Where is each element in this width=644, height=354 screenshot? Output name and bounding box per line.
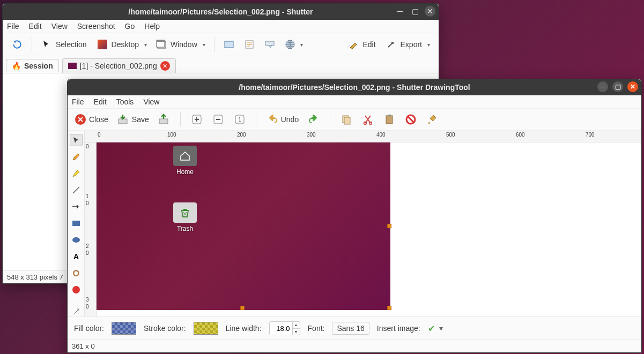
save-icon xyxy=(117,113,130,126)
fill-color-swatch[interactable] xyxy=(112,322,136,335)
linewidth-input[interactable] xyxy=(270,322,292,335)
maximize-button[interactable]: ▢ xyxy=(612,81,623,92)
menu-view[interactable]: View xyxy=(143,97,159,106)
menu-view[interactable]: View xyxy=(51,22,68,31)
menu-edit[interactable]: Edit xyxy=(29,22,42,31)
menu-help[interactable]: Help xyxy=(144,22,160,31)
canvas-surface[interactable]: Home Trash xyxy=(97,142,641,317)
zoom-out-button[interactable] xyxy=(210,112,227,127)
capture-tooltip[interactable] xyxy=(261,36,279,52)
undo-label: Undo xyxy=(281,115,299,124)
window-label: Window xyxy=(169,40,198,49)
svg-rect-16 xyxy=(344,117,350,124)
tool-number[interactable] xyxy=(70,283,83,296)
clear-button[interactable] xyxy=(424,112,441,127)
tool-arrow[interactable] xyxy=(70,200,83,213)
broom-icon xyxy=(426,113,439,126)
chevron-down-icon[interactable]: ▾ xyxy=(425,42,430,48)
close-button[interactable]: ✕ xyxy=(627,81,638,92)
maximize-button[interactable]: ▢ xyxy=(410,6,420,17)
export-button[interactable]: Export ▾ xyxy=(382,36,433,52)
svg-rect-19 xyxy=(386,116,393,124)
capture-note[interactable] xyxy=(240,36,258,52)
saveas-button[interactable] xyxy=(156,112,173,127)
brush-icon xyxy=(347,39,359,50)
menu-go[interactable]: Go xyxy=(125,22,135,31)
menu-screenshot[interactable]: Screenshot xyxy=(77,22,115,31)
font-picker[interactable]: Sans 16 xyxy=(332,322,369,335)
menu-edit[interactable]: Edit xyxy=(94,97,107,106)
window-icon xyxy=(156,39,167,50)
tab-current-image[interactable]: [1] - Selection_002.png ✕ xyxy=(62,58,176,73)
svg-text:1: 1 xyxy=(238,117,241,123)
drawingtool-titlebar[interactable]: /home/taimoor/Pictures/Selection_002.png… xyxy=(68,79,641,95)
redo-button[interactable] xyxy=(8,36,26,52)
tab-close-button[interactable]: ✕ xyxy=(160,61,170,71)
linewidth-down[interactable]: ▾ xyxy=(292,328,300,335)
edit-button[interactable]: Edit xyxy=(344,36,380,52)
svg-rect-4 xyxy=(225,41,233,48)
window-title: /home/taimoor/Pictures/Selection_002.png… xyxy=(7,7,434,16)
svg-rect-3 xyxy=(157,40,165,42)
tool-ellipse[interactable] xyxy=(70,234,83,246)
desktop-capture[interactable]: Desktop ▾ xyxy=(93,36,150,52)
cursor-icon xyxy=(41,39,53,50)
tooltip-icon xyxy=(264,39,276,50)
stroke-color-swatch[interactable] xyxy=(194,322,218,335)
tool-crop[interactable] xyxy=(70,304,83,317)
tool-palette: A xyxy=(68,131,85,317)
menu-file[interactable]: File xyxy=(72,97,84,106)
shutter-tabs: 🔥 Session [1] - Selection_002.png ✕ xyxy=(3,56,439,73)
window-title: /home/taimoor/Pictures/Selection_002.png… xyxy=(72,83,637,92)
edited-image[interactable]: Home Trash xyxy=(97,142,390,310)
close-button[interactable]: Close xyxy=(72,112,110,127)
copy-button[interactable] xyxy=(338,112,355,127)
zoom-fit-button[interactable]: 1 xyxy=(231,112,248,127)
menu-file[interactable]: File xyxy=(7,22,19,31)
canvas[interactable]: 0 100 200 300 400 500 600 700 0 1 0 2 0 … xyxy=(85,131,641,317)
shutter-titlebar[interactable]: /home/taimoor/Pictures/Selection_002.png… xyxy=(3,4,439,20)
selection-handle[interactable] xyxy=(240,306,245,310)
ruler-tick: 3 xyxy=(86,297,89,303)
chevron-down-icon[interactable]: ▾ xyxy=(298,42,303,48)
paste-button[interactable] xyxy=(381,112,398,127)
tool-pointer[interactable] xyxy=(70,134,83,146)
chevron-down-icon[interactable]: ▾ xyxy=(439,324,443,333)
tool-rect[interactable] xyxy=(70,217,83,229)
rect-icon xyxy=(223,39,235,50)
save-label: Save xyxy=(132,115,149,124)
chevron-down-icon[interactable]: ▾ xyxy=(201,42,205,48)
close-button[interactable]: ✕ xyxy=(425,6,435,17)
tool-pencil[interactable] xyxy=(70,150,83,163)
linewidth-spinbox[interactable]: ▴ ▾ xyxy=(269,321,300,335)
svg-text:A: A xyxy=(73,252,78,261)
ruler-tick: 2 xyxy=(86,243,89,249)
save-up-icon xyxy=(158,113,171,126)
tool-highlighter[interactable] xyxy=(70,167,83,179)
undo-button[interactable]: Undo xyxy=(264,112,301,127)
tool-text[interactable]: A xyxy=(70,250,83,262)
tab-session[interactable]: 🔥 Session xyxy=(6,59,59,72)
cut-button[interactable] xyxy=(359,112,376,127)
tool-line[interactable] xyxy=(70,184,83,196)
redo-button[interactable] xyxy=(305,112,322,127)
window-capture[interactable]: Window ▾ xyxy=(152,36,209,52)
save-button[interactable]: Save xyxy=(115,112,151,127)
linewidth-up[interactable]: ▴ xyxy=(292,322,300,328)
zoom-in-button[interactable] xyxy=(188,112,205,127)
edit-label: Edit xyxy=(361,40,376,49)
svg-rect-22 xyxy=(72,221,80,226)
chevron-down-icon[interactable]: ▾ xyxy=(142,42,147,48)
capture-web[interactable]: ▾ xyxy=(281,36,306,52)
selection-handle[interactable] xyxy=(387,224,391,228)
ruler-tick: 400 xyxy=(376,132,386,138)
delete-button[interactable] xyxy=(402,112,419,127)
selection-tool[interactable]: Selection xyxy=(38,36,91,52)
selection-handle[interactable] xyxy=(387,306,391,310)
capture-area[interactable] xyxy=(220,36,238,52)
minimize-button[interactable]: ─ xyxy=(597,81,608,92)
menu-tools[interactable]: Tools xyxy=(116,97,134,106)
tool-blur[interactable] xyxy=(70,267,83,279)
minimize-button[interactable]: ─ xyxy=(395,6,405,17)
insert-image-button[interactable]: ✔ ▾ xyxy=(428,323,443,334)
